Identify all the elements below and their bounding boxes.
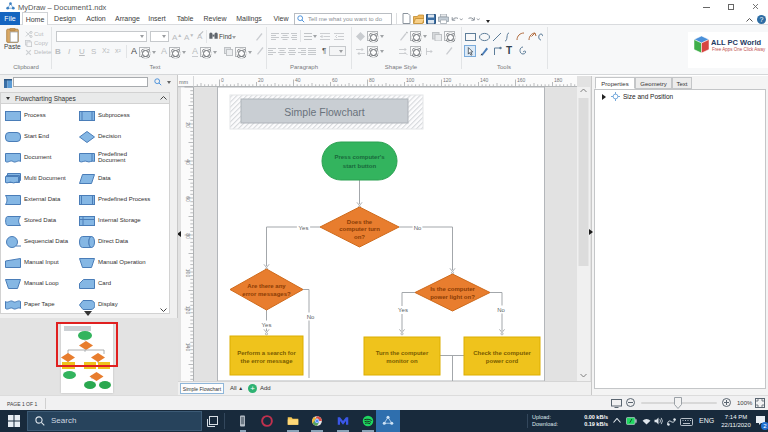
svg-text:20: 20 <box>185 122 191 128</box>
svg-text:Simple Flowchart: Simple Flowchart <box>284 106 365 118</box>
svg-text:80: 80 <box>369 77 375 83</box>
svg-text:Turn the computer: Turn the computer <box>376 350 429 356</box>
svg-text:Check the computer: Check the computer <box>473 350 531 356</box>
svg-text:80: 80 <box>185 233 191 239</box>
svg-text:No: No <box>414 225 422 231</box>
svg-text:Perform a search for: Perform a search for <box>237 350 296 356</box>
svg-text:160: 160 <box>517 77 526 83</box>
svg-text:Yes: Yes <box>398 307 408 313</box>
svg-text:on?: on? <box>354 234 365 240</box>
svg-text:180: 180 <box>554 77 563 83</box>
svg-text:monitor on: monitor on <box>386 358 418 364</box>
svg-text:the error message: the error message <box>240 358 293 364</box>
svg-text:start button: start button <box>343 163 377 169</box>
svg-text:Does the: Does the <box>347 219 373 225</box>
svg-text:20: 20 <box>258 77 264 83</box>
svg-text:power light on?: power light on? <box>430 294 475 300</box>
svg-text:60: 60 <box>185 196 191 202</box>
svg-text:120: 120 <box>185 306 191 315</box>
svg-text:60: 60 <box>332 77 338 83</box>
svg-text:140: 140 <box>185 343 191 352</box>
svg-text:100: 100 <box>406 77 415 83</box>
svg-text:120: 120 <box>443 77 452 83</box>
svg-text:No: No <box>497 307 505 313</box>
svg-text:Yes: Yes <box>299 225 309 231</box>
svg-text:0: 0 <box>221 77 224 83</box>
svg-text:error messages?: error messages? <box>242 291 291 297</box>
svg-text:Is the computer: Is the computer <box>430 286 475 292</box>
svg-text:Are there any: Are there any <box>247 283 286 289</box>
svg-text:computer turn: computer turn <box>339 226 380 232</box>
svg-text:40: 40 <box>295 77 301 83</box>
svg-text:Press computer's: Press computer's <box>334 154 385 160</box>
svg-text:140: 140 <box>480 77 489 83</box>
svg-text:100: 100 <box>185 269 191 278</box>
svg-text:No: No <box>307 314 315 320</box>
svg-text:40: 40 <box>185 159 191 165</box>
svg-text:Yes: Yes <box>262 322 272 328</box>
svg-text:mm: mm <box>179 79 189 85</box>
svg-text:power cord: power cord <box>486 358 519 364</box>
